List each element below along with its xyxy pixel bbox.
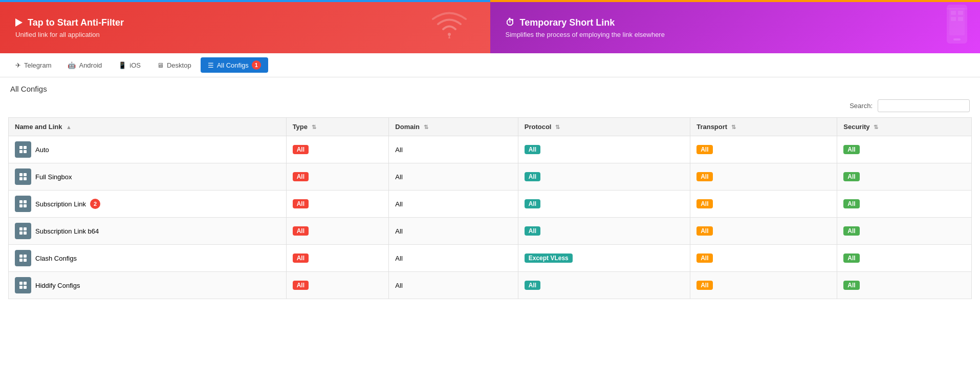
sort-icon-type: ⇅ bbox=[312, 124, 316, 130]
svg-rect-8 bbox=[958, 17, 963, 21]
type-badge: All bbox=[293, 226, 309, 236]
protocol-badge: All bbox=[525, 281, 540, 290]
security-badge: All bbox=[843, 172, 859, 181]
row-icon bbox=[15, 168, 31, 185]
wifi-icon bbox=[429, 6, 470, 49]
transport-badge: All bbox=[696, 172, 712, 181]
svg-rect-11 bbox=[19, 150, 23, 153]
banner-left-text: Tap to Start Anti-Filter Unified link fo… bbox=[15, 17, 124, 38]
play-icon bbox=[15, 18, 23, 27]
svg-rect-10 bbox=[24, 146, 27, 149]
col-protocol[interactable]: Protocol ⇅ bbox=[518, 118, 690, 136]
cell-domain-4: All bbox=[389, 245, 518, 272]
row-icon bbox=[15, 223, 31, 239]
cell-domain-5: All bbox=[389, 272, 518, 299]
svg-rect-32 bbox=[24, 286, 27, 289]
cell-protocol-1: All bbox=[518, 163, 690, 191]
svg-rect-14 bbox=[24, 173, 27, 176]
row-name: Clash Configs bbox=[35, 255, 77, 262]
cell-transport-0: All bbox=[690, 136, 837, 163]
security-badge: All bbox=[843, 254, 859, 263]
cell-security-0: All bbox=[837, 136, 972, 163]
cell-name-3: Subscription Link b64 bbox=[9, 218, 287, 245]
cell-transport-2: All bbox=[690, 191, 837, 218]
security-badge: All bbox=[843, 145, 859, 154]
svg-rect-30 bbox=[24, 282, 27, 285]
table-row[interactable]: Subscription Link 2 AllAllAllAllAll bbox=[9, 191, 972, 218]
table-header-row: Name and Link ▲ Type ⇅ Domain ⇅ Protocol… bbox=[9, 118, 972, 136]
cell-name-4: Clash Configs bbox=[9, 245, 287, 272]
svg-rect-17 bbox=[19, 200, 23, 203]
svg-rect-21 bbox=[19, 227, 23, 230]
clock-icon: ⏱ bbox=[506, 17, 515, 28]
protocol-badge: All bbox=[525, 172, 540, 181]
svg-rect-13 bbox=[19, 173, 23, 176]
row-name: Subscription Link b64 bbox=[35, 227, 99, 235]
cell-type-2: All bbox=[286, 191, 389, 218]
row-icon bbox=[15, 277, 31, 293]
col-domain[interactable]: Domain ⇅ bbox=[389, 118, 518, 136]
table-row[interactable]: Full Singbox AllAllAllAllAll bbox=[9, 163, 972, 191]
tab-badge: 1 bbox=[252, 60, 261, 70]
type-badge: All bbox=[293, 254, 309, 263]
sort-icon-name: ▲ bbox=[66, 124, 72, 130]
col-security[interactable]: Security ⇅ bbox=[837, 118, 972, 136]
transport-badge: All bbox=[696, 254, 712, 263]
svg-rect-29 bbox=[19, 282, 23, 285]
banner-right-title: ⏱ Temporary Short Link bbox=[506, 17, 665, 28]
security-badge: All bbox=[843, 199, 859, 208]
cell-protocol-0: All bbox=[518, 136, 690, 163]
table-row[interactable]: Auto AllAllAllAllAll bbox=[9, 136, 972, 163]
sort-icon-security: ⇅ bbox=[874, 124, 878, 130]
banner-left-subtitle: Unified link for all application bbox=[15, 31, 124, 38]
tab-ios[interactable]: 📱 iOS bbox=[111, 58, 148, 72]
banner-right-subtitle: Simplifies the process of employing the … bbox=[506, 31, 665, 38]
svg-rect-3 bbox=[953, 38, 961, 40]
ios-icon: 📱 bbox=[118, 61, 126, 69]
type-badge: All bbox=[293, 145, 309, 154]
svg-rect-19 bbox=[19, 204, 23, 207]
protocol-badge: All bbox=[525, 199, 540, 208]
tab-all-configs[interactable]: ☰ All Configs 1 bbox=[201, 57, 268, 73]
svg-rect-28 bbox=[24, 259, 27, 262]
android-icon: 🤖 bbox=[68, 61, 76, 69]
banner-anti-filter[interactable]: Tap to Start Anti-Filter Unified link fo… bbox=[0, 2, 490, 53]
col-name-link[interactable]: Name and Link ▲ bbox=[9, 118, 287, 136]
transport-badge: All bbox=[696, 199, 712, 208]
row-name: Full Singbox bbox=[35, 173, 72, 181]
cell-name-2: Subscription Link 2 bbox=[9, 191, 287, 218]
cell-domain-0: All bbox=[389, 136, 518, 163]
tab-telegram[interactable]: ✈ Telegram bbox=[8, 58, 58, 72]
tab-android[interactable]: 🤖 Android bbox=[60, 58, 109, 72]
protocol-badge: Except VLess bbox=[525, 254, 573, 263]
tab-desktop[interactable]: 🖥 Desktop bbox=[150, 58, 199, 72]
search-input[interactable] bbox=[878, 99, 970, 112]
security-badge: All bbox=[843, 281, 859, 290]
cell-name-1: Full Singbox bbox=[9, 163, 287, 191]
cell-type-5: All bbox=[286, 272, 389, 299]
banner-short-link[interactable]: ⏱ Temporary Short Link Simplifies the pr… bbox=[490, 2, 981, 53]
table-row[interactable]: Clash Configs AllAllExcept VLessAllAll bbox=[9, 245, 972, 272]
cell-security-2: All bbox=[837, 191, 972, 218]
security-badge: All bbox=[843, 226, 859, 236]
transport-badge: All bbox=[696, 281, 712, 290]
banner-left-title: Tap to Start Anti-Filter bbox=[15, 17, 124, 28]
col-type[interactable]: Type ⇅ bbox=[286, 118, 389, 136]
svg-rect-25 bbox=[19, 255, 23, 258]
transport-badge: All bbox=[696, 145, 712, 154]
configs-table: Name and Link ▲ Type ⇅ Domain ⇅ Protocol… bbox=[8, 117, 972, 299]
table-row[interactable]: Subscription Link b64 AllAllAllAllAll bbox=[9, 218, 972, 245]
cell-type-4: All bbox=[286, 245, 389, 272]
row-name: Subscription Link bbox=[35, 200, 86, 208]
svg-point-0 bbox=[448, 33, 451, 36]
phone-icon bbox=[944, 4, 970, 52]
cell-security-1: All bbox=[837, 163, 972, 191]
svg-rect-26 bbox=[24, 255, 27, 258]
svg-rect-27 bbox=[19, 259, 23, 262]
svg-rect-6 bbox=[958, 11, 963, 15]
table-row[interactable]: Hiddify Configs AllAllAllAllAll bbox=[9, 272, 972, 299]
transport-badge: All bbox=[696, 226, 712, 236]
svg-rect-7 bbox=[951, 17, 956, 21]
col-transport[interactable]: Transport ⇅ bbox=[690, 118, 837, 136]
search-label: Search: bbox=[850, 102, 873, 110]
